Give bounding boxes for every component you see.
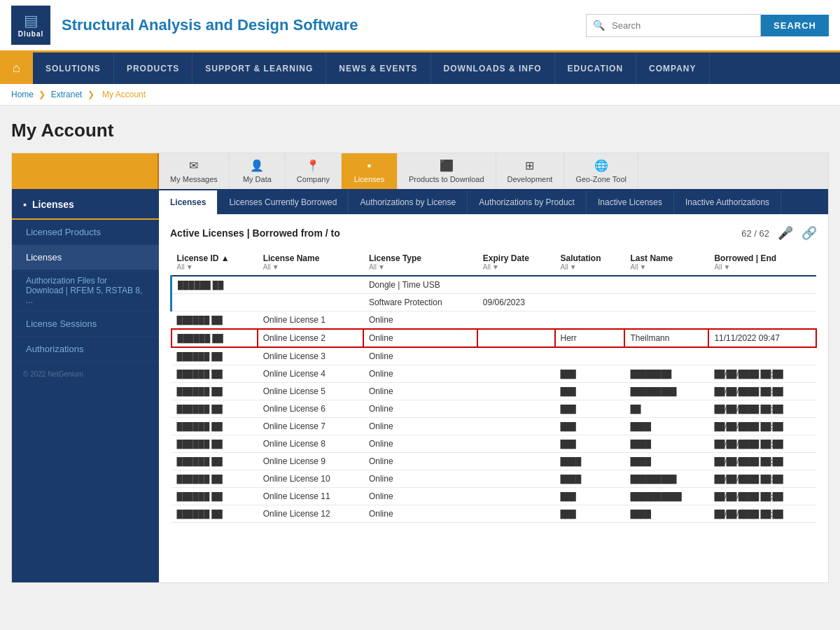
sub-tab-inactive-licenses[interactable]: Inactive Licenses bbox=[587, 190, 674, 214]
sub-tab-licenses[interactable]: Licenses bbox=[159, 190, 218, 214]
breadcrumb-sep2: ❯ bbox=[88, 90, 97, 99]
table-cell bbox=[555, 347, 625, 365]
table-cell: ██/██/████ ██:██ bbox=[708, 505, 816, 523]
col-license-name[interactable]: License Name All ▼ bbox=[258, 249, 363, 276]
table-cell: Software Protection bbox=[363, 294, 477, 312]
table-header-row: Active Licenses | Borrowed from / to 62 … bbox=[170, 225, 817, 241]
tab-company[interactable]: 📍 Company bbox=[286, 153, 342, 189]
sidebar-item-authorizations[interactable]: Authorizations bbox=[12, 337, 159, 362]
table-cell: ███ bbox=[555, 488, 625, 505]
table-cell: Online License 4 bbox=[258, 365, 363, 383]
sidebar-header-label: Licenses bbox=[32, 199, 74, 210]
col-license-id[interactable]: License ID ▲ All ▼ bbox=[172, 249, 258, 276]
table-cell: ██/██/████ ██:██ bbox=[708, 453, 816, 470]
nav-products[interactable]: PRODUCTS bbox=[114, 52, 192, 84]
licenses-icon: ▪ bbox=[368, 160, 372, 172]
nav-news[interactable]: NEWS & EVENTS bbox=[326, 52, 430, 84]
logo-image: ▤ Dlubal bbox=[18, 12, 44, 38]
home-nav-item[interactable]: ⌂ bbox=[0, 52, 33, 84]
tab-licenses[interactable]: ▪ Licenses bbox=[342, 153, 398, 189]
table-cell: Herr bbox=[555, 329, 625, 347]
tab-products-download[interactable]: ⬛ Products to Download bbox=[398, 153, 496, 189]
table-cell: ██████ ██ bbox=[172, 435, 258, 453]
microphone-icon[interactable]: 🎤 bbox=[778, 225, 793, 241]
table-row: ██████ ██Online License 11Online████████… bbox=[172, 488, 817, 505]
nav-downloads[interactable]: DOWNLOADS & INFO bbox=[431, 52, 555, 84]
tab-development-label: Development bbox=[507, 175, 553, 183]
table-cell: Online License 9 bbox=[258, 453, 363, 470]
sidebar-item-licenses[interactable]: Licenses bbox=[12, 245, 159, 270]
tab-geo-zone[interactable]: 🌐 Geo-Zone Tool bbox=[564, 153, 638, 189]
table-head: License ID ▲ All ▼ License Name All ▼ Li… bbox=[172, 249, 817, 276]
sub-tab-auth-by-product[interactable]: Authorizations by Product bbox=[468, 190, 587, 214]
site-title: Structural Analysis and Design Software bbox=[62, 16, 575, 34]
sub-tab-inactive-auth[interactable]: Inactive Authorizations bbox=[674, 190, 781, 214]
col-salutation[interactable]: Salutation All ▼ bbox=[555, 249, 625, 276]
table-cell: ██████ ██ bbox=[172, 312, 258, 330]
table-cell: ██/██/████ ██:██ bbox=[708, 488, 816, 505]
table-row: ██████ ██Dongle | Time USB bbox=[172, 276, 817, 294]
logo[interactable]: ▤ Dlubal bbox=[11, 6, 50, 45]
col-last-name[interactable]: Last Name All ▼ bbox=[624, 249, 708, 276]
breadcrumb-extranet[interactable]: Extranet bbox=[51, 90, 83, 99]
table-cell: ██████ ██ bbox=[172, 347, 258, 365]
table-row: ██████ ██Online License 7Online█████████… bbox=[172, 418, 817, 435]
table-scroll-area[interactable]: License ID ▲ All ▼ License Name All ▼ Li… bbox=[170, 249, 817, 523]
table-cell bbox=[477, 312, 555, 330]
table-cell: ████ bbox=[624, 418, 708, 435]
sidebar-item-license-sessions[interactable]: License Sessions bbox=[12, 312, 159, 337]
col-borrowed-end[interactable]: Borrowed | End All ▼ bbox=[708, 249, 816, 276]
nav-company[interactable]: COMPANY bbox=[636, 52, 709, 84]
tab-my-data[interactable]: 👤 My Data bbox=[230, 153, 286, 189]
search-input[interactable] bbox=[586, 14, 761, 37]
table-cell: Online bbox=[363, 418, 477, 435]
table-cell: ██████ ██ bbox=[172, 418, 258, 435]
tab-my-messages-label: My Messages bbox=[170, 175, 218, 183]
table-cell: Online License 3 bbox=[258, 347, 363, 365]
table-cell: Online bbox=[363, 400, 477, 418]
table-cell bbox=[477, 276, 555, 294]
table-cell: █████████ bbox=[624, 470, 708, 488]
table-cell: ██████ ██ bbox=[172, 365, 258, 383]
breadcrumb-home[interactable]: Home bbox=[11, 90, 34, 99]
table-cell: Online bbox=[363, 312, 477, 330]
table-cell: ██/██/████ ██:██ bbox=[708, 365, 816, 383]
link-icon[interactable]: 🔗 bbox=[802, 225, 817, 241]
table-cell bbox=[477, 418, 555, 435]
table-cell bbox=[555, 294, 625, 312]
search-button[interactable]: SEARCH bbox=[761, 15, 829, 36]
table-row: ██████ ██Online License 1Online bbox=[172, 312, 817, 330]
nav-support[interactable]: SUPPORT & LEARNING bbox=[192, 52, 326, 84]
table-cell: Theilmann bbox=[624, 329, 708, 347]
table-cell: ███ bbox=[555, 383, 625, 400]
page-content: My Account ✉ My Messages 👤 My Data 📍 Com… bbox=[0, 106, 840, 597]
table-cell: Online License 12 bbox=[258, 505, 363, 523]
development-icon: ⊞ bbox=[525, 159, 534, 172]
tab-development[interactable]: ⊞ Development bbox=[496, 153, 565, 189]
col-license-type[interactable]: License Type All ▼ bbox=[363, 249, 477, 276]
sidebar-tab-spacer bbox=[12, 153, 159, 189]
nav-education[interactable]: EDUCATION bbox=[555, 52, 636, 84]
table-count: 62 / 62 bbox=[741, 228, 769, 239]
table-cell: ██ bbox=[624, 400, 708, 418]
nav-solutions[interactable]: SOLUTIONS bbox=[33, 52, 114, 84]
my-data-icon: 👤 bbox=[250, 159, 264, 172]
table-cell bbox=[477, 365, 555, 383]
table-cell bbox=[555, 312, 625, 330]
sidebar-item-auth-files[interactable]: Authorization Files for Download | RFEM … bbox=[12, 270, 159, 312]
sub-tab-borrowed[interactable]: Licenses Currently Borrowed bbox=[218, 190, 349, 214]
table-cell bbox=[624, 294, 708, 312]
table-row: ██████ ██Online License 8Online█████████… bbox=[172, 435, 817, 453]
table-cell: Online bbox=[363, 365, 477, 383]
table-cell bbox=[477, 435, 555, 453]
table-cell: ██/██/████ ██:██ bbox=[708, 470, 816, 488]
sidebar-item-licensed-products[interactable]: Licensed Products bbox=[12, 220, 159, 245]
search-form: 🔍 SEARCH bbox=[586, 14, 829, 37]
col-expiry-date[interactable]: Expiry Date All ▼ bbox=[477, 249, 555, 276]
table-cell bbox=[708, 294, 816, 312]
table-title: Active Licenses | Borrowed from / to bbox=[170, 227, 340, 239]
tab-my-messages[interactable]: ✉ My Messages bbox=[159, 153, 230, 189]
main-nav: ⌂ SOLUTIONS PRODUCTS SUPPORT & LEARNING … bbox=[0, 52, 840, 84]
sub-tab-auth-by-license[interactable]: Authorizations by License bbox=[349, 190, 468, 214]
table-cell: ████ bbox=[624, 435, 708, 453]
